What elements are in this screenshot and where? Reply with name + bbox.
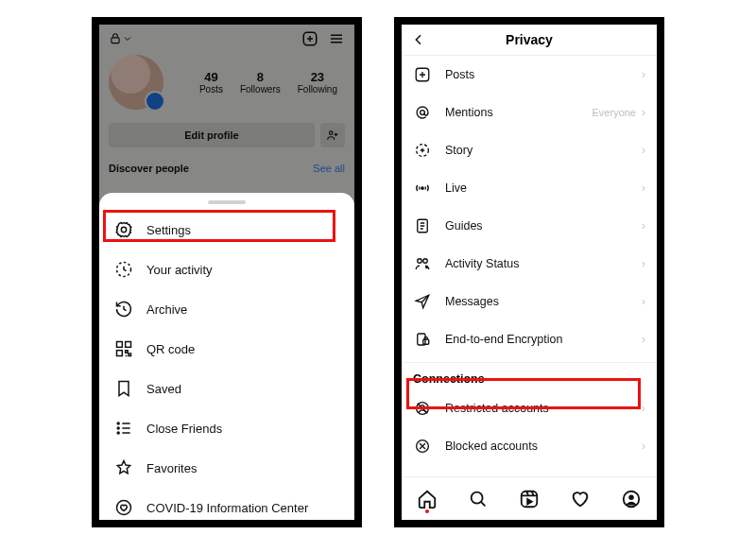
row-mentions[interactable]: Mentions Everyone › (402, 94, 657, 131)
avatar[interactable] (109, 55, 163, 110)
chevron-right-icon: › (642, 144, 645, 157)
add-friend-icon[interactable] (320, 123, 345, 147)
svg-point-17 (418, 259, 422, 264)
activity-status-icon (413, 254, 432, 273)
tab-activity[interactable] (570, 489, 591, 509)
menu-archive[interactable]: Archive (99, 289, 354, 329)
tab-search[interactable] (468, 489, 489, 509)
section-connections: Connections (402, 363, 657, 389)
svg-point-15 (421, 187, 423, 189)
bookmark-icon (114, 379, 133, 398)
menu-label: QR code (146, 342, 195, 356)
info-heart-icon (114, 498, 133, 517)
posts-icon (413, 65, 432, 84)
send-icon (413, 292, 432, 311)
svg-point-10 (117, 432, 119, 434)
svg-point-27 (472, 492, 483, 503)
svg-rect-21 (423, 339, 429, 344)
svg-rect-28 (522, 491, 538, 507)
back-icon[interactable] (411, 32, 430, 47)
discover-people-label: Discover people (109, 163, 189, 174)
svg-point-13 (421, 111, 425, 115)
tab-bar (402, 476, 657, 520)
row-label: Mentions (445, 106, 493, 119)
guides-icon (413, 216, 432, 235)
row-label: Messages (445, 295, 499, 308)
menu-label: Archive (146, 302, 187, 317)
archive-icon (114, 300, 133, 319)
row-messages[interactable]: Messages › (402, 283, 657, 320)
sheet-grip[interactable] (208, 200, 246, 204)
row-activity-status[interactable]: Activity Status › (402, 245, 657, 283)
menu-settings[interactable]: Settings (99, 210, 354, 250)
menu-favorites[interactable]: Favorites (99, 448, 354, 488)
bottom-sheet: Settings Your activity Archive QR code S… (99, 193, 354, 520)
qr-icon (114, 339, 133, 358)
privacy-list: Posts › Mentions Everyone › Story › Live… (402, 56, 657, 527)
menu-close-friends[interactable]: Close Friends (99, 408, 354, 448)
chevron-down-icon[interactable] (122, 33, 301, 44)
svg-point-18 (423, 259, 428, 264)
chevron-right-icon: › (642, 181, 645, 195)
chevron-right-icon: › (642, 257, 645, 270)
menu-saved[interactable]: Saved (99, 369, 354, 408)
gear-icon (114, 220, 133, 239)
lock-icon (109, 32, 122, 45)
story-icon (413, 141, 432, 160)
row-encryption[interactable]: End-to-end Encryption › (402, 320, 657, 358)
menu-label: Your activity (146, 263, 213, 277)
stat-following[interactable]: 23Following (298, 70, 337, 95)
stat-followers[interactable]: 8Followers (240, 70, 281, 95)
create-icon[interactable] (301, 30, 318, 47)
svg-rect-0 (112, 38, 119, 43)
menu-label: Favorites (146, 461, 197, 475)
see-all-link[interactable]: See all (313, 163, 345, 174)
chevron-right-icon: › (642, 333, 645, 346)
chevron-right-icon: › (642, 68, 645, 81)
at-icon (413, 103, 432, 122)
svg-point-2 (330, 131, 334, 135)
row-restricted[interactable]: Restricted accounts › (402, 389, 657, 427)
svg-rect-5 (117, 342, 123, 348)
row-guides[interactable]: Guides › (402, 207, 657, 245)
svg-point-3 (121, 227, 126, 232)
menu-covid[interactable]: COVID-19 Information Center (99, 488, 354, 527)
row-story[interactable]: Story › (402, 131, 657, 169)
row-value: Everyone (593, 107, 636, 118)
row-live[interactable]: Live › (402, 169, 657, 207)
menu-your-activity[interactable]: Your activity (99, 250, 354, 289)
svg-rect-6 (126, 342, 131, 348)
shield-lock-icon (413, 330, 432, 349)
row-label: End-to-end Encryption (445, 333, 562, 346)
row-label: Live (445, 181, 467, 195)
menu-label: COVID-19 Information Center (146, 501, 308, 515)
svg-point-30 (628, 494, 634, 500)
svg-point-19 (425, 266, 428, 268)
row-posts[interactable]: Posts › (402, 56, 657, 94)
privacy-header: Privacy (402, 25, 657, 56)
tab-home[interactable] (417, 489, 438, 509)
stat-posts[interactable]: 49Posts (199, 70, 223, 95)
menu-icon[interactable] (328, 30, 345, 47)
row-label: Story (445, 144, 472, 157)
svg-point-9 (117, 427, 119, 429)
chevron-right-icon: › (642, 106, 645, 119)
list-icon (114, 419, 133, 438)
phone-left: 49Posts 8Followers 23Following Edit prof… (92, 17, 362, 527)
restricted-icon (413, 399, 432, 418)
row-blocked[interactable]: Blocked accounts › (402, 427, 657, 465)
svg-point-11 (117, 501, 131, 515)
chevron-right-icon: › (642, 440, 645, 453)
menu-qr-code[interactable]: QR code (99, 329, 354, 369)
row-label: Blocked accounts (445, 440, 538, 453)
svg-rect-7 (117, 351, 123, 356)
tab-reels[interactable] (519, 489, 540, 509)
blocked-icon (413, 437, 432, 456)
row-label: Guides (445, 219, 483, 233)
tab-profile[interactable] (621, 489, 642, 509)
row-label: Activity Status (445, 257, 520, 270)
menu-label: Saved (146, 382, 181, 396)
row-label: Posts (445, 68, 474, 81)
edit-profile-button[interactable]: Edit profile (109, 123, 315, 147)
menu-label: Close Friends (146, 422, 222, 436)
